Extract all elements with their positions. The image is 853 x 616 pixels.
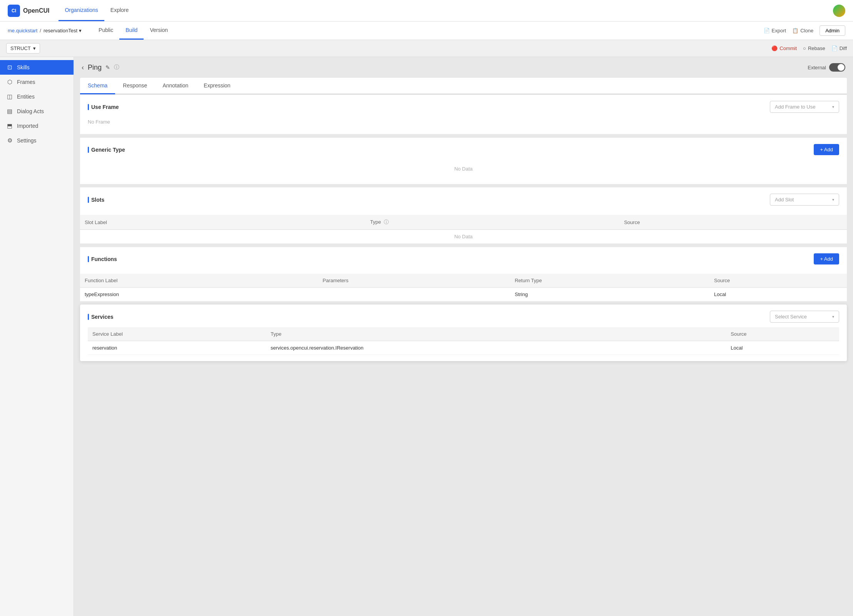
table-row: typeExpression String Local — [80, 288, 847, 301]
rebase-button[interactable]: ○ Rebase — [803, 45, 825, 51]
top-nav: CI OpenCUI Organizations Explore — [0, 0, 853, 22]
add-frame-dropdown[interactable]: Add Frame to Use ▾ — [770, 101, 839, 113]
slots-header: Slots Add Slot ▾ — [80, 187, 847, 210]
schema-tabs: Schema Response Annotation Expression — [80, 78, 847, 95]
slots-col-label: Slot Label — [80, 215, 365, 230]
generic-type-add-button[interactable]: + Add — [814, 144, 839, 155]
slots-no-data-row: No Data — [80, 230, 847, 244]
slots-col-type: Type ⓘ — [365, 215, 619, 230]
external-toggle-switch[interactable] — [829, 63, 845, 72]
chevron-down-icon: ▾ — [832, 315, 834, 319]
rebase-icon: ○ — [803, 45, 806, 51]
slots-no-data: No Data — [80, 230, 847, 244]
functions-section: Functions + Add Function Label Parameter… — [80, 247, 847, 301]
nav-right — [833, 5, 845, 17]
tab-annotation[interactable]: Annotation — [155, 78, 196, 94]
functions-col-label: Function Label — [80, 274, 318, 288]
page-title: Ping — [88, 64, 102, 72]
user-avatar[interactable] — [833, 5, 845, 17]
functions-table: Function Label Parameters Return Type So… — [80, 274, 847, 301]
breadcrumb-org[interactable]: me.quickstart — [8, 28, 37, 33]
slots-section: Slots Add Slot ▾ Slot Label Type ⓘ Sourc… — [80, 187, 847, 244]
chevron-down-icon: ▾ — [33, 45, 36, 51]
clone-icon: 📋 — [792, 28, 798, 33]
breadcrumb-repo[interactable]: reservationTest ▾ — [43, 28, 82, 33]
tab-expression[interactable]: Expression — [196, 78, 238, 94]
skills-icon: ⊡ — [6, 64, 13, 71]
sidebar: ⊡ Skills ⬡ Frames ◫ Entities ▤ Dialog Ac… — [0, 57, 74, 616]
add-slot-dropdown[interactable]: Add Slot ▾ — [770, 194, 839, 206]
tab-schema[interactable]: Schema — [80, 78, 115, 94]
entities-icon: ◫ — [6, 93, 13, 100]
sidebar-item-dialog-acts[interactable]: ▤ Dialog Acts — [0, 104, 74, 119]
info-icon[interactable]: ⓘ — [114, 64, 119, 71]
back-button[interactable]: ‹ — [82, 64, 84, 72]
sub-tab-public[interactable]: Public — [92, 22, 119, 40]
use-frame-title: Use Frame — [88, 104, 119, 110]
chevron-down-icon: ▾ — [79, 28, 82, 33]
sub-nav: me.quickstart / reservationTest ▾ Public… — [0, 22, 853, 40]
functions-col-returntype: Return Type — [510, 274, 709, 288]
chevron-down-icon: ▾ — [832, 105, 834, 109]
services-title: Services — [88, 314, 114, 320]
page-header: ‹ Ping ✎ ⓘ External — [80, 63, 847, 72]
admin-button[interactable]: Admin — [820, 25, 845, 36]
service-label: reservation — [88, 341, 266, 355]
table-row[interactable]: reservation services.opencui.reservation… — [88, 341, 839, 355]
functions-title: Functions — [88, 256, 117, 262]
toolbar-right: 🔴 Commit ○ Rebase 📄 Diff — [771, 45, 847, 51]
sub-tab-build[interactable]: Build — [119, 22, 144, 40]
sidebar-item-imported[interactable]: ⬒ Imported — [0, 119, 74, 133]
dialog-acts-icon: ▤ — [6, 108, 13, 115]
commit-button[interactable]: 🔴 Commit — [771, 45, 797, 51]
use-frame-header: Use Frame Add Frame to Use ▾ — [88, 101, 839, 113]
no-frame-text: No Frame — [88, 117, 839, 128]
diff-button[interactable]: 📄 Diff — [831, 45, 847, 51]
struct-selector[interactable]: STRUCT ▾ — [6, 43, 40, 54]
slots-title: Slots — [88, 197, 104, 203]
functions-add-button[interactable]: + Add — [814, 253, 839, 264]
sidebar-item-frames[interactable]: ⬡ Frames — [0, 75, 74, 89]
services-section: Services Select Service ▾ Service Label … — [80, 305, 847, 361]
diff-icon: 📄 — [831, 45, 838, 51]
main-layout: ⊡ Skills ⬡ Frames ◫ Entities ▤ Dialog Ac… — [0, 57, 853, 616]
functions-col-params: Parameters — [318, 274, 510, 288]
services-col-source: Source — [726, 327, 839, 341]
nav-tab-organizations[interactable]: Organizations — [59, 0, 104, 21]
export-icon: 📄 — [764, 28, 770, 33]
generic-type-no-data: No Data — [88, 160, 839, 178]
breadcrumb-sep: / — [40, 28, 41, 33]
nav-tab-explore[interactable]: Explore — [104, 0, 135, 21]
sub-tab-version[interactable]: Version — [144, 22, 174, 40]
top-nav-tabs: Organizations Explore — [59, 0, 135, 21]
sidebar-item-settings[interactable]: ⚙ Settings — [0, 133, 74, 148]
generic-type-header: Generic Type + Add — [88, 144, 839, 155]
function-params — [318, 288, 510, 301]
logo-icon: CI — [8, 5, 20, 17]
function-label: typeExpression — [80, 288, 318, 301]
sub-actions: 📄 Export 📋 Clone Admin — [764, 25, 845, 36]
content-area: ‹ Ping ✎ ⓘ External Schema Response Anno… — [74, 57, 853, 616]
generic-type-title: Generic Type — [88, 147, 125, 153]
tab-response[interactable]: Response — [115, 78, 155, 94]
service-type: services.opencui.reservation.IReservatio… — [266, 341, 726, 355]
slots-table: Slot Label Type ⓘ Source No Data — [80, 215, 847, 244]
generic-type-section: Generic Type + Add No Data — [80, 137, 847, 184]
imported-icon: ⬒ — [6, 122, 13, 129]
sidebar-item-entities[interactable]: ◫ Entities — [0, 89, 74, 104]
type-info-icon[interactable]: ⓘ — [384, 219, 389, 225]
edit-icon[interactable]: ✎ — [105, 64, 110, 70]
function-source: Local — [709, 288, 847, 301]
breadcrumb: me.quickstart / reservationTest ▾ — [8, 28, 82, 33]
export-button[interactable]: 📄 Export — [764, 28, 786, 33]
clone-button[interactable]: 📋 Clone — [792, 28, 813, 33]
external-toggle: External — [808, 63, 845, 72]
use-frame-section: Use Frame Add Frame to Use ▾ No Frame — [80, 95, 847, 134]
function-returntype: String — [510, 288, 709, 301]
service-source: Local — [726, 341, 839, 355]
services-table: Service Label Type Source reservation se… — [88, 327, 839, 355]
sidebar-item-skills[interactable]: ⊡ Skills — [0, 60, 74, 75]
services-col-label: Service Label — [88, 327, 266, 341]
tabs-row: Schema Response Annotation Expression — [80, 78, 847, 94]
select-service-dropdown[interactable]: Select Service ▾ — [770, 311, 839, 323]
